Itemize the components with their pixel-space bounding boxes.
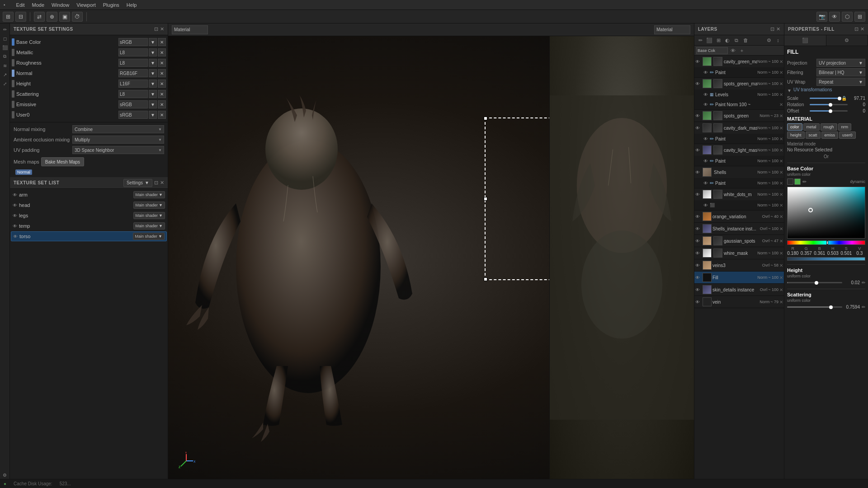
bake-mesh-maps-btn[interactable]: Bake Mesh Maps bbox=[41, 157, 84, 166]
emissive-menu-btn[interactable]: ▼ bbox=[149, 100, 157, 108]
layers-detach-icon[interactable]: ⊡ bbox=[770, 26, 774, 32]
sublayer-close-clm[interactable]: ✕ bbox=[779, 159, 783, 164]
tool-eraser[interactable]: ◻ bbox=[1, 34, 9, 42]
layer-eye-cgm[interactable]: 👁 bbox=[695, 59, 702, 64]
delete-layer-btn[interactable]: 🗑 bbox=[741, 36, 750, 44]
chip-user0[interactable]: user0 bbox=[839, 131, 856, 139]
layer-row-gs[interactable]: 👁 gaussian_spots Ovrl ~ 47 ✕ bbox=[694, 235, 784, 247]
normal-menu-btn[interactable]: ▼ bbox=[149, 69, 157, 77]
tool-transform[interactable]: ⤢ bbox=[1, 80, 9, 88]
layer-eye-shells-inst[interactable]: 👁 bbox=[695, 226, 702, 231]
user0-format[interactable]: sRGB bbox=[118, 111, 148, 119]
ts-eye-temp[interactable]: 👁 bbox=[13, 224, 17, 229]
toolbar-mesh-btn[interactable]: ⬡ bbox=[842, 12, 853, 22]
layers-settings-btn[interactable]: ⚙ bbox=[765, 36, 773, 44]
menu-window[interactable]: Window bbox=[52, 2, 69, 8]
layer-row-veins3[interactable]: 👁 veins3 Ovrl ~ 58 ✕ bbox=[694, 259, 784, 271]
scattering-edit-icon[interactable]: ✏ bbox=[862, 305, 865, 310]
height-edit-icon[interactable]: ✏ bbox=[862, 280, 865, 285]
layer-row-sdi[interactable]: 👁 skin_details instance Ovrl ~ 100 ✕ bbox=[694, 284, 784, 296]
toolbar-grid2-btn[interactable]: ⊟ bbox=[15, 12, 26, 22]
rgba-s-value[interactable]: 0.501 bbox=[840, 251, 852, 256]
rgba-v-value[interactable]: 0.3 bbox=[856, 251, 863, 256]
props-tab-fill[interactable]: ⬛ bbox=[784, 35, 826, 46]
menu-edit[interactable]: Edit bbox=[16, 2, 25, 8]
layer-eye-sg[interactable]: 👁 bbox=[695, 113, 702, 118]
scattering-del-btn[interactable]: ✕ bbox=[158, 90, 166, 98]
layer-close-gs[interactable]: ✕ bbox=[779, 239, 783, 244]
ts-item-temp[interactable]: 👁 temp Main shader ▼ bbox=[11, 221, 167, 231]
layer-close-fill[interactable]: ✕ bbox=[779, 275, 783, 280]
channel-eye-btn[interactable]: 👁 bbox=[729, 47, 737, 55]
scattering-slider[interactable] bbox=[787, 306, 842, 308]
swatch-dark[interactable] bbox=[787, 178, 793, 185]
chip-height[interactable]: height bbox=[787, 131, 805, 139]
layers-sort-btn[interactable]: ↕ bbox=[774, 36, 782, 44]
ts-item-arm[interactable]: 👁 arm Main shader ▼ bbox=[11, 190, 167, 200]
scattering-format[interactable]: L8 bbox=[118, 90, 148, 98]
uv-scale-slider[interactable] bbox=[810, 98, 839, 99]
sublayer-paint-shells[interactable]: 👁 ✏ Paint Norm ~ 100 ✕ bbox=[694, 178, 784, 188]
layer-row-wdm[interactable]: 👁 white_dots_m Norm ~ 100 ✕ bbox=[694, 188, 784, 200]
layer-row-sg[interactable]: 👁 spots_green Norm ~ 23 ✕ bbox=[694, 110, 784, 122]
menu-plugins[interactable]: Plugins bbox=[103, 2, 119, 8]
channel-add-btn[interactable]: + bbox=[738, 47, 746, 55]
rgba-b-value[interactable]: 0.361 bbox=[814, 251, 825, 256]
chip-emiss[interactable]: emiss bbox=[821, 131, 839, 139]
sublayer-eye-paint-sgm[interactable]: 👁 bbox=[703, 102, 710, 107]
add-fill-layer-btn[interactable]: ⬛ bbox=[705, 36, 713, 44]
tool-clone[interactable]: ⧉ bbox=[1, 52, 9, 61]
sublayer-close-cdm[interactable]: ✕ bbox=[779, 136, 783, 141]
chip-metal[interactable]: metal bbox=[803, 123, 820, 131]
toolbar-swap-btn[interactable]: ⇄ bbox=[34, 12, 45, 22]
roughness-format[interactable]: L8 bbox=[118, 59, 148, 67]
basecolor-menu-btn[interactable]: ▼ bbox=[149, 38, 157, 46]
metallic-format[interactable]: L8 bbox=[118, 48, 148, 56]
layer-eye-wm[interactable]: 👁 bbox=[695, 251, 702, 256]
layer-eye-gs[interactable]: 👁 bbox=[695, 239, 702, 244]
toolbar-layers-btn[interactable]: ⊞ bbox=[854, 12, 865, 22]
rgba-h-value[interactable]: 0.503 bbox=[827, 251, 839, 256]
prop-value-uvwrap[interactable]: Repeat ▼ bbox=[816, 78, 865, 86]
color-pencil-icon[interactable]: ✏ bbox=[802, 179, 807, 185]
sublayer-eye-clm[interactable]: 👁 bbox=[703, 159, 710, 164]
tool-fill[interactable]: ⬛ bbox=[1, 43, 9, 52]
sublayer-eye-wdm[interactable]: 👁 bbox=[703, 203, 710, 208]
layer-eye-veins3[interactable]: 👁 bbox=[695, 263, 702, 268]
sublayer-eye-shells[interactable]: 👁 bbox=[703, 181, 710, 186]
chip-scatt[interactable]: scatt bbox=[806, 131, 821, 139]
user0-del-btn[interactable]: ✕ bbox=[158, 111, 166, 119]
duplicate-layer-btn[interactable]: ⧉ bbox=[732, 36, 741, 44]
layer-row-cdm[interactable]: 👁 cavity_dark_mask Norm ~ 100 ✕ bbox=[694, 122, 784, 134]
layer-close-wm[interactable]: ✕ bbox=[779, 251, 783, 256]
render-mode-select[interactable]: Material bbox=[654, 25, 690, 34]
layer-row-shells[interactable]: 👁 Shells Norm ~ 100 ✕ bbox=[694, 166, 784, 178]
metallic-menu-btn[interactable]: ▼ bbox=[149, 48, 157, 56]
viewport-mode-select[interactable]: Material Base Color Roughness bbox=[172, 25, 208, 34]
menu-help[interactable]: Help bbox=[127, 2, 137, 8]
prop-value-filtering[interactable]: Bilinear | HQ ▼ bbox=[816, 68, 865, 76]
layer-close-shells-inst[interactable]: ✕ bbox=[779, 226, 783, 231]
uv-rotation-slider[interactable] bbox=[810, 104, 848, 105]
tool-settings[interactable]: ⚙ bbox=[1, 471, 9, 479]
emissive-del-btn[interactable]: ✕ bbox=[158, 100, 166, 108]
ts-shader-legs[interactable]: Main shader ▼ bbox=[133, 212, 165, 219]
sublayer-levels-sgm[interactable]: 👁 ▦ Levels Norm ~ 100 ✕ bbox=[694, 89, 784, 99]
sublayer-close-levels-sgm[interactable]: ✕ bbox=[779, 92, 783, 97]
toolbar-timer-btn[interactable]: ⏱ bbox=[72, 12, 83, 22]
normal-format[interactable]: RGB16F bbox=[118, 69, 148, 77]
scale-lock-icon[interactable]: 🔒 bbox=[841, 96, 847, 101]
ts-item-torso[interactable]: 👁 torso Main shader ▼ bbox=[11, 231, 167, 241]
layer-eye-vein[interactable]: 👁 bbox=[695, 300, 702, 305]
basecolor-format[interactable]: sRGB bbox=[118, 38, 148, 46]
normal-mixing-dropdown[interactable]: Combine ▼ bbox=[72, 125, 164, 133]
chip-nrm[interactable]: nrm bbox=[838, 123, 852, 131]
color-hex-bar[interactable] bbox=[787, 257, 865, 261]
layer-close-cdm[interactable]: ✕ bbox=[779, 126, 783, 131]
layer-close-veins3[interactable]: ✕ bbox=[779, 263, 783, 268]
sublayer-fill-wdm[interactable]: 👁 ⬛ Norm ~ 100 ✕ bbox=[694, 200, 784, 210]
tss-close-icon[interactable]: ✕ bbox=[160, 26, 164, 32]
toolbar-frame-btn[interactable]: ▣ bbox=[59, 12, 70, 22]
sublayer-paint-cdm[interactable]: 👁 ✏ Paint Norm ~ 100 ✕ bbox=[694, 134, 784, 144]
layer-row-clm[interactable]: 👁 cavity_light_mask Norm ~ 100 ✕ bbox=[694, 144, 784, 156]
